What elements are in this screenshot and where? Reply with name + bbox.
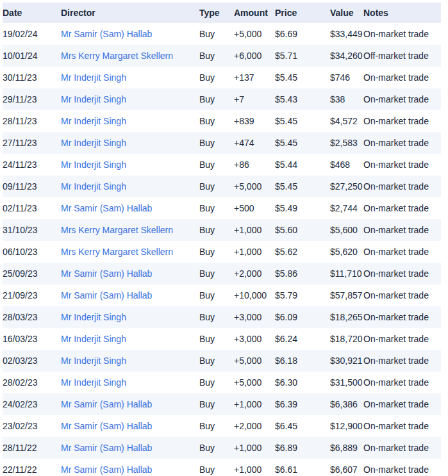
cell-notes: On-market trade — [363, 176, 441, 197]
cell-date: 28/11/22 — [3, 437, 61, 459]
cell-director: Mr Inderjit Singh — [61, 88, 199, 110]
cell-value: $6,889 — [330, 437, 363, 459]
director-link[interactable]: Mr Samir (Sam) Hallab — [61, 29, 152, 39]
cell-date: 06/10/23 — [3, 241, 61, 263]
table-row: 24/02/23Mr Samir (Sam) HallabBuy+1,000$6… — [3, 393, 441, 415]
table-row: 23/02/23Mr Samir (Sam) HallabBuy+2,000$6… — [3, 415, 441, 437]
cell-type: Buy — [199, 393, 234, 415]
table-row: 22/11/22Mr Samir (Sam) HallabBuy+1,000$6… — [3, 459, 441, 476]
cell-value: $33,449 — [330, 23, 363, 45]
director-link[interactable]: Mr Samir (Sam) Hallab — [61, 443, 152, 453]
cell-notes: On-market trade — [363, 284, 441, 306]
director-link[interactable]: Mr Samir (Sam) Hallab — [61, 399, 152, 409]
director-link[interactable]: Mrs Kerry Margaret Skellern — [61, 247, 173, 257]
table-row: 25/09/23Mr Samir (Sam) HallabBuy+2,000$5… — [3, 263, 441, 284]
cell-price: $6.69 — [275, 23, 330, 45]
cell-type: Buy — [199, 176, 234, 197]
cell-value: $2,583 — [330, 132, 363, 154]
director-link[interactable]: Mr Samir (Sam) Hallab — [61, 421, 152, 431]
director-link[interactable]: Mr Samir (Sam) Hallab — [61, 203, 152, 213]
cell-price: $5.45 — [275, 176, 330, 197]
director-link[interactable]: Mr Inderjit Singh — [61, 181, 126, 192]
cell-price: $5.45 — [275, 132, 330, 154]
director-link[interactable]: Mr Inderjit Singh — [61, 356, 126, 366]
cell-type: Buy — [199, 23, 234, 45]
cell-amount: +7 — [234, 88, 275, 110]
director-link[interactable]: Mr Inderjit Singh — [61, 116, 126, 126]
table-row: 16/03/23Mr Inderjit SinghBuy+3,000$6.24$… — [3, 328, 441, 350]
director-link[interactable]: Mr Inderjit Singh — [61, 138, 126, 148]
cell-amount: +10,000 — [234, 284, 275, 306]
cell-value: $57,857 — [330, 284, 363, 306]
cell-date: 28/03/23 — [3, 306, 61, 328]
cell-amount: +5,000 — [234, 23, 275, 45]
director-link[interactable]: Mr Inderjit Singh — [61, 334, 126, 344]
cell-price: $5.43 — [275, 88, 330, 110]
cell-date: 24/11/23 — [3, 154, 61, 176]
cell-director: Mr Samir (Sam) Hallab — [61, 197, 199, 219]
cell-date: 23/02/23 — [3, 415, 61, 437]
director-link[interactable]: Mr Inderjit Singh — [61, 94, 126, 104]
cell-price: $6.09 — [275, 306, 330, 328]
cell-price: $5.45 — [275, 67, 330, 88]
cell-price: $6.89 — [275, 437, 330, 459]
cell-notes: On-market trade — [363, 459, 441, 476]
cell-type: Buy — [199, 350, 234, 372]
table-row: 24/11/23Mr Inderjit SinghBuy+86$5.44$468… — [3, 154, 441, 176]
director-link[interactable]: Mr Samir (Sam) Hallab — [61, 268, 152, 279]
director-link[interactable]: Mrs Kerry Margaret Skellern — [61, 225, 173, 235]
cell-type: Buy — [199, 415, 234, 437]
table-row: 28/03/23Mr Inderjit SinghBuy+3,000$6.09$… — [3, 306, 441, 328]
director-transactions-panel: Date Director Type Amount Price Value No… — [0, 0, 448, 476]
director-link[interactable]: Mr Inderjit Singh — [61, 160, 126, 170]
cell-notes: On-market trade — [363, 415, 441, 437]
cell-director: Mr Inderjit Singh — [61, 306, 199, 328]
table-row: 27/11/23Mr Inderjit SinghBuy+474$5.45$2,… — [3, 132, 441, 154]
cell-value: $27,250 — [330, 176, 363, 197]
cell-notes: On-market trade — [363, 263, 441, 284]
cell-director: Mr Inderjit Singh — [61, 67, 199, 88]
cell-notes: On-market trade — [363, 154, 441, 176]
cell-director: Mr Inderjit Singh — [61, 350, 199, 372]
cell-director: Mr Inderjit Singh — [61, 328, 199, 350]
cell-value: $11,710 — [330, 263, 363, 284]
cell-value: $38 — [330, 88, 363, 110]
cell-date: 09/11/23 — [3, 176, 61, 197]
table-row: 10/01/24Mrs Kerry Margaret SkellernBuy+6… — [3, 45, 441, 67]
cell-director: Mr Inderjit Singh — [61, 132, 199, 154]
cell-amount: +5,000 — [234, 372, 275, 393]
cell-date: 16/03/23 — [3, 328, 61, 350]
cell-price: $5.44 — [275, 154, 330, 176]
cell-date: 31/10/23 — [3, 219, 61, 241]
cell-date: 30/11/23 — [3, 67, 61, 88]
col-header-amount: Amount — [234, 3, 275, 23]
table-row: 28/11/23Mr Inderjit SinghBuy+839$5.45$4,… — [3, 110, 441, 132]
table-row: 02/11/23Mr Samir (Sam) HallabBuy+500$5.4… — [3, 197, 441, 219]
cell-notes: On-market trade — [363, 132, 441, 154]
cell-amount: +6,000 — [234, 45, 275, 67]
cell-price: $5.86 — [275, 263, 330, 284]
cell-date: 28/02/23 — [3, 372, 61, 393]
cell-amount: +3,000 — [234, 328, 275, 350]
director-link[interactable]: Mr Inderjit Singh — [61, 72, 126, 83]
col-header-date: Date — [3, 3, 61, 23]
cell-notes: Off-market trade — [363, 45, 441, 67]
col-header-director: Director — [61, 3, 199, 23]
col-header-price: Price — [275, 3, 330, 23]
cell-director: Mrs Kerry Margaret Skellern — [61, 241, 199, 263]
table-row: 29/11/23Mr Inderjit SinghBuy+7$5.43$38On… — [3, 88, 441, 110]
table-row: 21/09/23Mr Samir (Sam) HallabBuy+10,000$… — [3, 284, 441, 306]
director-link[interactable]: Mr Inderjit Singh — [61, 377, 126, 388]
director-link[interactable]: Mr Inderjit Singh — [61, 312, 126, 322]
table-row: 19/02/24Mr Samir (Sam) HallabBuy+5,000$6… — [3, 23, 441, 45]
cell-amount: +1,000 — [234, 437, 275, 459]
col-header-value: Value — [330, 3, 363, 23]
cell-director: Mrs Kerry Margaret Skellern — [61, 45, 199, 67]
director-link[interactable]: Mrs Kerry Margaret Skellern — [61, 51, 173, 61]
director-link[interactable]: Mr Samir (Sam) Hallab — [61, 290, 152, 300]
cell-price: $6.39 — [275, 393, 330, 415]
director-link[interactable]: Mr Samir (Sam) Hallab — [61, 464, 152, 475]
cell-type: Buy — [199, 284, 234, 306]
cell-date: 21/09/23 — [3, 284, 61, 306]
cell-type: Buy — [199, 88, 234, 110]
